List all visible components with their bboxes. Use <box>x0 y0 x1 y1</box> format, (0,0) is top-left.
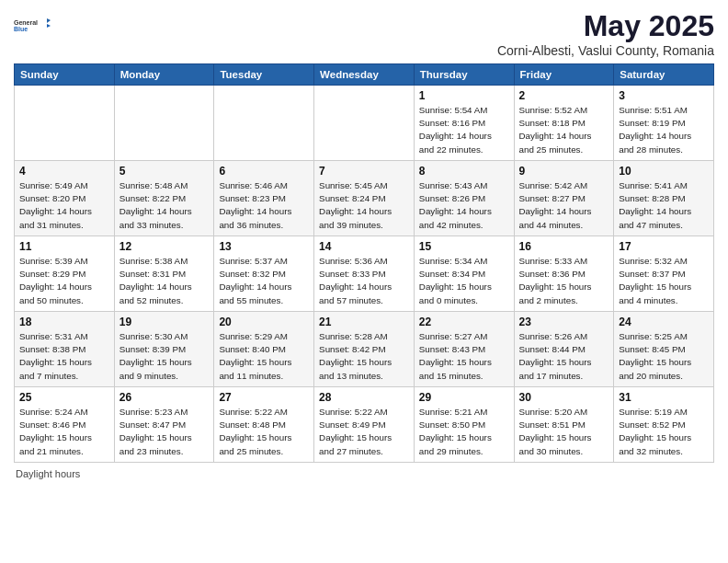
day-info: Sunrise: 5:21 AM Sunset: 8:50 PM Dayligh… <box>419 406 509 458</box>
day-number: 2 <box>519 89 609 102</box>
day-number: 11 <box>19 240 109 253</box>
day-info: Sunrise: 5:31 AM Sunset: 8:38 PM Dayligh… <box>19 330 109 383</box>
day-info: Sunrise: 5:28 AM Sunset: 8:42 PM Dayligh… <box>319 330 409 383</box>
day-number: 31 <box>619 391 709 404</box>
day-number: 10 <box>619 165 709 178</box>
day-number: 13 <box>219 240 309 253</box>
calendar-week-1: 1Sunrise: 5:54 AM Sunset: 8:16 PM Daylig… <box>15 86 714 161</box>
day-header-wednesday: Wednesday <box>314 64 415 86</box>
day-info: Sunrise: 5:25 AM Sunset: 8:45 PM Dayligh… <box>619 330 709 383</box>
day-info: Sunrise: 5:49 AM Sunset: 8:20 PM Dayligh… <box>19 179 109 232</box>
svg-marker-3 <box>47 24 51 28</box>
day-info: Sunrise: 5:48 AM Sunset: 8:22 PM Dayligh… <box>119 179 210 232</box>
svg-marker-2 <box>47 18 51 23</box>
calendar-cell: 29Sunrise: 5:21 AM Sunset: 8:50 PM Dayli… <box>414 387 514 463</box>
day-number: 22 <box>419 316 509 328</box>
day-number: 6 <box>219 165 309 178</box>
calendar-cell: 15Sunrise: 5:34 AM Sunset: 8:34 PM Dayli… <box>414 236 514 312</box>
calendar-week-5: 25Sunrise: 5:24 AM Sunset: 8:46 PM Dayli… <box>15 387 714 463</box>
calendar-cell <box>114 86 214 161</box>
day-number: 19 <box>119 316 210 328</box>
day-number: 27 <box>219 391 309 404</box>
day-number: 5 <box>119 165 210 178</box>
day-info: Sunrise: 5:32 AM Sunset: 8:37 PM Dayligh… <box>619 255 709 307</box>
day-number: 8 <box>419 165 509 178</box>
calendar-week-4: 18Sunrise: 5:31 AM Sunset: 8:38 PM Dayli… <box>15 312 714 387</box>
day-number: 7 <box>319 165 409 178</box>
day-number: 12 <box>119 240 210 253</box>
day-header-monday: Monday <box>114 64 214 86</box>
calendar-cell <box>214 86 314 161</box>
day-info: Sunrise: 5:26 AM Sunset: 8:44 PM Dayligh… <box>519 330 609 383</box>
calendar-cell: 19Sunrise: 5:30 AM Sunset: 8:39 PM Dayli… <box>114 312 214 387</box>
day-info: Sunrise: 5:24 AM Sunset: 8:46 PM Dayligh… <box>19 406 109 458</box>
day-number: 24 <box>619 316 709 328</box>
day-number: 18 <box>19 316 109 328</box>
day-number: 16 <box>519 240 609 253</box>
day-info: Sunrise: 5:22 AM Sunset: 8:49 PM Dayligh… <box>319 406 409 458</box>
calendar-cell: 20Sunrise: 5:29 AM Sunset: 8:40 PM Dayli… <box>214 312 314 387</box>
day-info: Sunrise: 5:19 AM Sunset: 8:52 PM Dayligh… <box>619 406 709 458</box>
day-info: Sunrise: 5:45 AM Sunset: 8:24 PM Dayligh… <box>319 179 409 232</box>
day-info: Sunrise: 5:39 AM Sunset: 8:29 PM Dayligh… <box>19 255 109 307</box>
calendar-cell: 2Sunrise: 5:52 AM Sunset: 8:18 PM Daylig… <box>514 86 614 161</box>
calendar-cell: 22Sunrise: 5:27 AM Sunset: 8:43 PM Dayli… <box>414 312 514 387</box>
day-number: 26 <box>119 391 210 404</box>
day-info: Sunrise: 5:41 AM Sunset: 8:28 PM Dayligh… <box>619 179 709 232</box>
svg-text:General: General <box>14 19 38 26</box>
calendar-cell: 4Sunrise: 5:49 AM Sunset: 8:20 PM Daylig… <box>15 161 115 236</box>
day-number: 21 <box>319 316 409 328</box>
day-header-tuesday: Tuesday <box>214 64 314 86</box>
calendar-cell: 27Sunrise: 5:22 AM Sunset: 8:48 PM Dayli… <box>214 387 314 463</box>
calendar-cell: 24Sunrise: 5:25 AM Sunset: 8:45 PM Dayli… <box>614 312 714 387</box>
day-info: Sunrise: 5:27 AM Sunset: 8:43 PM Dayligh… <box>419 330 509 383</box>
day-number: 30 <box>519 391 609 404</box>
logo-svg: General Blue <box>14 9 51 42</box>
day-header-thursday: Thursday <box>414 64 514 86</box>
day-info: Sunrise: 5:46 AM Sunset: 8:23 PM Dayligh… <box>219 179 309 232</box>
calendar-cell: 1Sunrise: 5:54 AM Sunset: 8:16 PM Daylig… <box>414 86 514 161</box>
calendar-cell: 9Sunrise: 5:42 AM Sunset: 8:27 PM Daylig… <box>514 161 614 236</box>
day-number: 3 <box>619 89 709 102</box>
svg-text:Blue: Blue <box>14 26 28 32</box>
day-number: 14 <box>319 240 409 253</box>
calendar-cell: 11Sunrise: 5:39 AM Sunset: 8:29 PM Dayli… <box>15 236 115 312</box>
day-number: 1 <box>419 89 509 102</box>
calendar-cell: 8Sunrise: 5:43 AM Sunset: 8:26 PM Daylig… <box>414 161 514 236</box>
calendar-cell: 13Sunrise: 5:37 AM Sunset: 8:32 PM Dayli… <box>214 236 314 312</box>
day-header-row: SundayMondayTuesdayWednesdayThursdayFrid… <box>15 64 714 86</box>
calendar-cell <box>314 86 415 161</box>
day-number: 29 <box>419 391 509 404</box>
calendar-location: Corni-Albesti, Vaslui County, Romania <box>497 43 714 58</box>
calendar-cell: 30Sunrise: 5:20 AM Sunset: 8:51 PM Dayli… <box>514 387 614 463</box>
calendar-table: SundayMondayTuesdayWednesdayThursdayFrid… <box>14 63 714 463</box>
calendar-cell: 16Sunrise: 5:33 AM Sunset: 8:36 PM Dayli… <box>514 236 614 312</box>
calendar-cell: 18Sunrise: 5:31 AM Sunset: 8:38 PM Dayli… <box>15 312 115 387</box>
day-info: Sunrise: 5:23 AM Sunset: 8:47 PM Dayligh… <box>119 406 210 458</box>
calendar-cell: 26Sunrise: 5:23 AM Sunset: 8:47 PM Dayli… <box>114 387 214 463</box>
footer-text: Daylight hours <box>16 468 80 479</box>
calendar-week-2: 4Sunrise: 5:49 AM Sunset: 8:20 PM Daylig… <box>15 161 714 236</box>
calendar-cell: 31Sunrise: 5:19 AM Sunset: 8:52 PM Dayli… <box>614 387 714 463</box>
logo: General Blue <box>14 9 51 42</box>
day-info: Sunrise: 5:20 AM Sunset: 8:51 PM Dayligh… <box>519 406 609 458</box>
day-number: 23 <box>519 316 609 328</box>
day-info: Sunrise: 5:34 AM Sunset: 8:34 PM Dayligh… <box>419 255 509 307</box>
day-number: 17 <box>619 240 709 253</box>
day-number: 20 <box>219 316 309 328</box>
day-number: 15 <box>419 240 509 253</box>
day-number: 28 <box>319 391 409 404</box>
day-info: Sunrise: 5:29 AM Sunset: 8:40 PM Dayligh… <box>219 330 309 383</box>
day-info: Sunrise: 5:52 AM Sunset: 8:18 PM Dayligh… <box>519 104 609 156</box>
day-info: Sunrise: 5:42 AM Sunset: 8:27 PM Dayligh… <box>519 179 609 232</box>
calendar-cell: 17Sunrise: 5:32 AM Sunset: 8:37 PM Dayli… <box>614 236 714 312</box>
calendar-cell: 6Sunrise: 5:46 AM Sunset: 8:23 PM Daylig… <box>214 161 314 236</box>
calendar-cell <box>15 86 115 161</box>
page: General Blue May 2025 Corni-Albesti, Vas… <box>0 0 728 563</box>
day-info: Sunrise: 5:51 AM Sunset: 8:19 PM Dayligh… <box>619 104 709 156</box>
calendar-cell: 5Sunrise: 5:48 AM Sunset: 8:22 PM Daylig… <box>114 161 214 236</box>
day-info: Sunrise: 5:30 AM Sunset: 8:39 PM Dayligh… <box>119 330 210 383</box>
header: General Blue May 2025 Corni-Albesti, Vas… <box>14 9 714 58</box>
calendar-cell: 28Sunrise: 5:22 AM Sunset: 8:49 PM Dayli… <box>314 387 415 463</box>
calendar-cell: 21Sunrise: 5:28 AM Sunset: 8:42 PM Dayli… <box>314 312 415 387</box>
